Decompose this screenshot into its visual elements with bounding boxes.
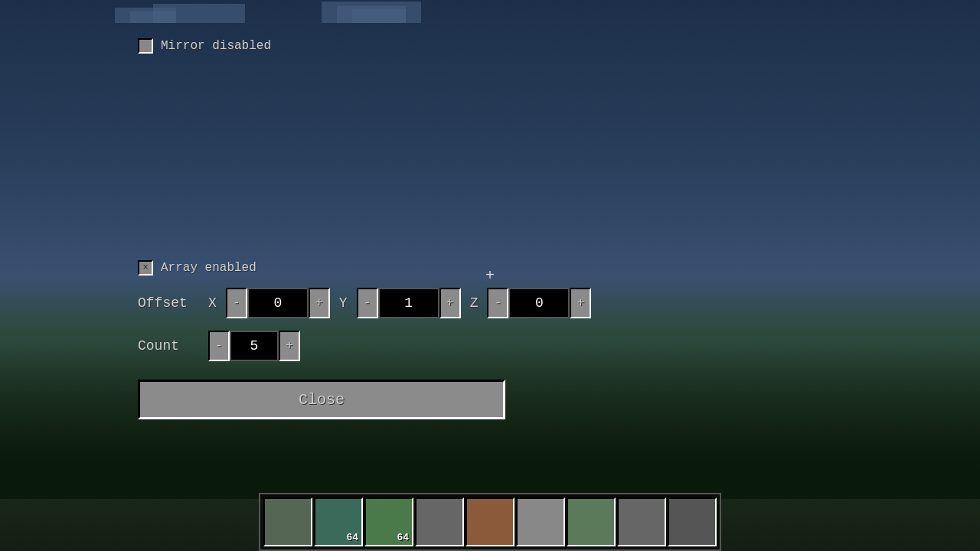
offset-label: Offset <box>138 295 199 311</box>
hotbar-slot-1[interactable] <box>263 497 312 546</box>
count-spinner: - + <box>208 331 300 361</box>
hotbar-slot-3[interactable]: 64 <box>364 497 413 546</box>
mirror-checkbox-row: Mirror disabled <box>138 38 271 54</box>
hotbar-slot-5[interactable] <box>466 497 514 546</box>
hotbar-slot-7[interactable] <box>567 497 616 546</box>
offset-z-plus-button[interactable]: + <box>570 288 591 318</box>
offset-y-minus-button[interactable]: - <box>357 288 378 318</box>
close-button[interactable]: Close <box>138 380 505 419</box>
count-minus-button[interactable]: - <box>208 331 230 361</box>
offset-y-spinner: - + <box>357 288 461 318</box>
count-label: Count <box>138 338 199 354</box>
hotbar-slot-6[interactable] <box>516 497 565 546</box>
offset-y-plus-button[interactable]: + <box>439 288 461 318</box>
y-axis-label: Y <box>339 295 348 311</box>
offset-y-input[interactable] <box>378 288 439 318</box>
hotbar-slot-4[interactable] <box>415 497 464 546</box>
offset-x-input[interactable] <box>247 288 309 318</box>
clouds <box>0 0 980 220</box>
offset-z-spinner: - + <box>487 288 591 318</box>
array-dialog: × Array enabled Offset X - + Y - + Z - +… <box>138 260 591 419</box>
array-checkbox[interactable]: × <box>138 260 153 276</box>
hotbar-slot-3-count: 64 <box>397 532 409 543</box>
offset-x-spinner: - + <box>226 288 330 318</box>
count-row: Count - + <box>138 331 591 361</box>
offset-x-minus-button[interactable]: - <box>226 288 247 318</box>
mirror-label: Mirror disabled <box>161 39 271 53</box>
x-axis-label: X <box>208 295 217 311</box>
hotbar-slot-2-count: 64 <box>346 532 358 543</box>
hotbar: 64 64 <box>259 493 721 551</box>
z-axis-label: Z <box>470 295 479 311</box>
hotbar-slot-2[interactable]: 64 <box>314 497 363 546</box>
count-plus-button[interactable]: + <box>279 331 300 361</box>
offset-x-plus-button[interactable]: + <box>309 288 330 318</box>
offset-row: Offset X - + Y - + Z - + <box>138 288 591 318</box>
offset-z-minus-button[interactable]: - <box>487 288 508 318</box>
hotbar-slot-9[interactable] <box>668 497 717 546</box>
mirror-checkbox[interactable] <box>138 38 153 54</box>
count-input[interactable] <box>230 331 279 361</box>
array-label: Array enabled <box>161 261 256 275</box>
offset-z-input[interactable] <box>508 288 570 318</box>
hotbar-slot-8[interactable] <box>617 497 666 546</box>
array-checkbox-row: × Array enabled <box>138 260 591 276</box>
check-symbol: × <box>142 262 148 273</box>
